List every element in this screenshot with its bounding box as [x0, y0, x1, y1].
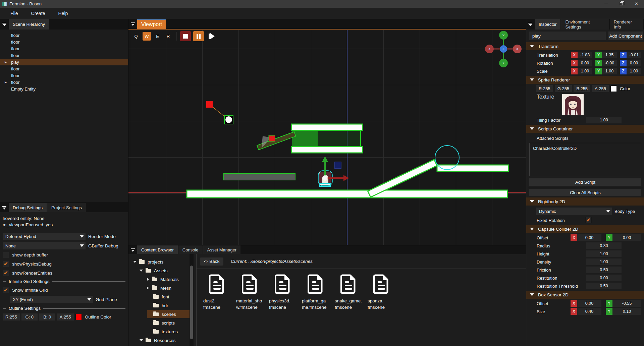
close-button[interactable]: ✕: [629, 0, 644, 8]
fixed-rotation-checkbox[interactable]: [585, 217, 592, 223]
tab-content-browser[interactable]: Content Browser: [137, 245, 178, 254]
restitution-threshold-field[interactable]: 0.50: [586, 283, 622, 289]
expand-arrow-icon[interactable]: ▶: [5, 61, 7, 64]
rotation-z-field[interactable]: 0.00: [627, 60, 641, 66]
menu-help[interactable]: Help: [56, 10, 70, 17]
chevron-right-icon[interactable]: [147, 286, 149, 290]
scripts-container-section-header[interactable]: Scripts Container: [526, 125, 644, 133]
tool-e-button[interactable]: E: [153, 32, 162, 41]
sensor-size-x-field[interactable]: 0.40: [577, 308, 601, 315]
clear-all-scripts-button[interactable]: Clear All Scripts: [529, 189, 641, 196]
tool-q-button[interactable]: Q: [132, 32, 140, 41]
tiling-factor-field[interactable]: 1.00: [586, 117, 622, 123]
tab-asset-manager[interactable]: Asset Manager: [203, 245, 240, 254]
stop-button[interactable]: [180, 31, 191, 41]
show-physics-debug-checkbox[interactable]: [3, 261, 9, 267]
tab-console[interactable]: Console: [178, 245, 203, 254]
tree-item-scenes[interactable]: scenes: [128, 310, 196, 319]
content-browser-collapse-button[interactable]: [128, 245, 137, 254]
chevron-right-icon[interactable]: [147, 278, 149, 281]
gizmo-y-arrow[interactable]: [322, 156, 328, 162]
step-button[interactable]: [206, 31, 217, 41]
show-render-entities-checkbox[interactable]: [3, 270, 9, 276]
outline-a-field[interactable]: A:255: [57, 313, 74, 321]
file-dust2[interactable]: dust2.fmscene: [201, 274, 233, 310]
file-physics3d[interactable]: physics3d.fmscene: [266, 274, 299, 310]
color-b-field[interactable]: B:255: [574, 85, 590, 92]
tree-scrollbar[interactable]: [190, 254, 194, 346]
add-component-button[interactable]: Add Component: [608, 32, 643, 40]
rotated-plank[interactable]: [257, 132, 296, 150]
chevron-down-icon[interactable]: [140, 270, 143, 272]
tree-item-projects[interactable]: projects: [128, 257, 196, 266]
tree-item-textures[interactable]: textures: [128, 327, 196, 336]
hierarchy-item-floor[interactable]: floor: [0, 52, 128, 59]
body-type-dropdown[interactable]: Dynamic: [536, 208, 612, 215]
file-snake-game[interactable]: snake_game.fmscene: [332, 274, 365, 310]
spawn-marker[interactable]: [206, 101, 233, 124]
rotation-x-field[interactable]: 0.00: [578, 60, 592, 66]
hierarchy-item-floor[interactable]: floor: [0, 65, 128, 72]
tab-environment-settings[interactable]: Environment Settings: [561, 19, 609, 30]
hierarchy-collapse-button[interactable]: [0, 19, 9, 30]
tab-project-settings[interactable]: Project Settings: [47, 203, 86, 212]
scale-z-field[interactable]: 1.00: [627, 68, 641, 74]
radius-field[interactable]: 0.30: [586, 242, 622, 249]
sprite-renderer-section-header[interactable]: Sprite Renderer: [526, 76, 644, 84]
expand-arrow-icon[interactable]: ▶: [5, 81, 7, 84]
file-platform-game[interactable]: platform_game.fmscene: [299, 274, 332, 310]
capsule-collider-section-header[interactable]: Capsule Collider 2D: [526, 225, 644, 233]
show-infinite-grid-checkbox[interactable]: [3, 287, 9, 293]
hierarchy-item-floor[interactable]: ▶floor: [0, 79, 128, 85]
tree-item-hdr[interactable]: hdr: [128, 301, 196, 310]
sprite-color-swatch[interactable]: [610, 85, 617, 92]
hierarchy-item-floor[interactable]: floor: [0, 72, 128, 79]
outline-r-field[interactable]: R:255: [3, 313, 20, 321]
rotation-y-field[interactable]: -0.00: [602, 60, 617, 66]
gizmo-plane-handle[interactable]: [335, 162, 341, 168]
transform-section-header[interactable]: Transform: [526, 42, 644, 50]
outline-color-swatch[interactable]: [75, 314, 82, 320]
orientation-gizmo[interactable]: Y Y X X Z: [485, 31, 522, 67]
hierarchy-item-floor[interactable]: floor: [0, 45, 128, 52]
gizmo-x-arrow[interactable]: [343, 175, 349, 181]
sensor-offset-x-field[interactable]: 0.00: [577, 300, 601, 307]
tool-r-button[interactable]: R: [164, 32, 172, 41]
back-button[interactable]: <- Back: [200, 257, 223, 266]
tree-item-resources[interactable]: Resources: [128, 336, 196, 345]
script-item[interactable]: CharacterController2D: [533, 146, 641, 151]
attached-scripts-list[interactable]: CharacterController2D: [529, 143, 641, 176]
color-g-field[interactable]: G:255: [555, 85, 572, 92]
gizmo-center-handle[interactable]: [322, 175, 328, 181]
maximize-button[interactable]: [614, 0, 629, 8]
tool-w-button[interactable]: W: [143, 32, 151, 41]
file-material-show[interactable]: material_show.fmscene: [233, 274, 266, 310]
render-mode-dropdown[interactable]: Deferred Hybrid: [3, 233, 86, 240]
scale-x-field[interactable]: 1.00: [578, 68, 592, 74]
outline-g-field[interactable]: G: 0: [21, 313, 38, 321]
file-sponza[interactable]: sponza.fmscene: [365, 274, 398, 310]
gbuffer-debug-dropdown[interactable]: None: [3, 242, 86, 249]
restitution-field[interactable]: 0.00: [586, 275, 622, 281]
translation-z-field[interactable]: -0.01: [627, 52, 641, 58]
menu-file[interactable]: File: [8, 10, 20, 17]
tree-item-mesh[interactable]: Mesh: [128, 284, 196, 292]
friction-field[interactable]: 0.50: [586, 267, 622, 273]
hierarchy-item-floor[interactable]: floor: [0, 32, 128, 39]
hierarchy-item-empty-entity[interactable]: Empty Entity: [0, 85, 128, 92]
right-platform[interactable]: [437, 165, 508, 172]
box-sensor-section-header[interactable]: Box Sensor 2D: [526, 291, 644, 299]
outline-b-field[interactable]: B: 0: [39, 313, 55, 321]
scrollbar-thumb[interactable]: [190, 266, 193, 339]
rigidbody-section-header[interactable]: Rigidbody 2D: [526, 197, 644, 206]
platform-structure[interactable]: [291, 124, 363, 153]
tree-item-font[interactable]: font: [128, 292, 196, 301]
scale-y-field[interactable]: 1.00: [602, 68, 617, 74]
density-field[interactable]: 1.00: [586, 258, 622, 265]
add-script-button[interactable]: Add Script: [529, 178, 641, 186]
color-a-field[interactable]: A:255: [592, 85, 609, 92]
tab-viewport[interactable]: Viewport: [137, 19, 166, 29]
menu-create[interactable]: Create: [29, 10, 47, 17]
chevron-down-icon[interactable]: [140, 339, 143, 341]
entity-name-input[interactable]: play: [529, 32, 606, 40]
